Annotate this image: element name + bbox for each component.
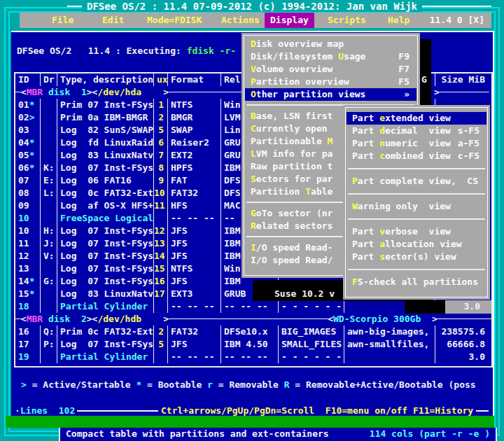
table-row[interactable]: 16Q:Prim 0c FAT32-Ext2FAT32DFSe10.xBIG_I… bbox=[15, 326, 491, 338]
app-title: DFSee OS/2 : 11.4 07-09-2012 (c) 1994-20… bbox=[0, 0, 504, 13]
menubar-item-mode-fdisk[interactable]: Mode=FDISK bbox=[147, 13, 202, 28]
green-separator-bar bbox=[6, 416, 494, 428]
partition-flags-legend: > = Active/Startable * = Bootable r = Re… bbox=[21, 379, 476, 391]
version-and-close[interactable]: 11.4 0 [X] bbox=[430, 13, 484, 28]
row15-label-fragment: Suse 10.2 v bbox=[274, 288, 335, 300]
menu-item-part-allocation-view[interactable]: Part allocation view bbox=[346, 238, 486, 251]
menu-item-other-partition-views[interactable]: Other partition views» bbox=[245, 88, 416, 101]
menubar-item-actions[interactable]: Actions bbox=[221, 13, 260, 28]
menu-item-part-combined-view[interactable]: Part combined viewc-F5 bbox=[346, 150, 486, 162]
menubar-item-help[interactable]: Help bbox=[388, 13, 410, 28]
window-title: DFSee OS/2 11.4 : Executing: fdisk -r- bbox=[17, 45, 236, 57]
menubar-item-file[interactable]: File bbox=[52, 13, 74, 28]
menu-item-partition-overview[interactable]: Partition overviewF5 bbox=[245, 76, 416, 88]
disk1-separator-tail: >───────── bbox=[434, 86, 489, 99]
menu-item-fs-check-all-partitions[interactable]: FS-check all partitions bbox=[346, 276, 486, 288]
disk-separator-row: ─<MBR disk 2></dev/hdb >────────────────… bbox=[15, 313, 491, 326]
menu-separator bbox=[348, 193, 485, 195]
menu-item-part-sector-s-view[interactable]: Part sector(s) view bbox=[346, 251, 486, 263]
menubar-item-display[interactable]: Display bbox=[265, 13, 314, 28]
menu-item-part-complete-view-cs[interactable]: Part complete view, CS bbox=[346, 175, 486, 188]
table-row[interactable]: 19Partial Cylinder-- -- ---- -- --- - - … bbox=[15, 351, 491, 363]
menu-item-part-extended-view[interactable]: Part extended view bbox=[346, 112, 486, 125]
status-columns-info: 114 cols (part -r -e ) bbox=[370, 428, 490, 440]
status-message: Compact table with partitions and ext-co… bbox=[66, 428, 329, 440]
menu-separator bbox=[348, 218, 485, 220]
part-views-submenu: Part extended viewPart decimal views-F5P… bbox=[343, 105, 490, 300]
table-row[interactable]: 17P:Log 07 Inst-FSys5JFSIBM 4.50SMALL_FI… bbox=[15, 338, 491, 351]
executing-command: fdisk -r- bbox=[187, 46, 236, 56]
menu-item-disk-overview-map[interactable]: Disk overview map bbox=[245, 38, 416, 50]
menu-item-warning-only-view[interactable]: Warning only view bbox=[346, 200, 486, 213]
menu-bar: 11.4 0 [X] FileEditMode=FDISKActionsDisp… bbox=[20, 13, 491, 28]
dfsee-screen: DFSee OS/2 : 11.4 07-09-2012 (c) 1994-20… bbox=[0, 0, 504, 441]
menu-separator bbox=[348, 269, 485, 270]
menu-item-disk-filesystem-usage[interactable]: Disk/filesystem UsageF9 bbox=[245, 50, 416, 63]
menubar-item-scripts[interactable]: Scripts bbox=[328, 13, 366, 28]
submenu-shadow-bottom bbox=[405, 300, 445, 314]
menubar-item-edit[interactable]: Edit bbox=[102, 13, 124, 28]
menu-separator bbox=[348, 168, 485, 169]
status-bar: Compact table with partitions and ext-co… bbox=[59, 428, 497, 441]
hidden-column-header-fragment: G bbox=[421, 74, 427, 86]
menu-item-part-verbose-view[interactable]: Part verbose view bbox=[346, 225, 486, 238]
menu-item-part-numeric-view[interactable]: Part numeric viewa-F5 bbox=[346, 137, 486, 150]
menu-item-part-decimal-view[interactable]: Part decimal views-F5 bbox=[346, 125, 486, 137]
row18-size-fragment: 3.0 bbox=[445, 300, 491, 314]
menu-item-volume-overview[interactable]: Volume overviewF7 bbox=[245, 63, 416, 76]
